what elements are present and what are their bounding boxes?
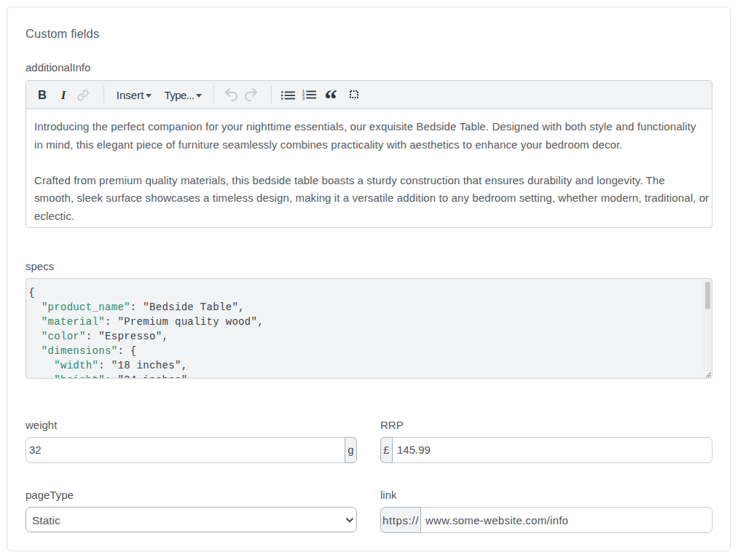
svg-text:3: 3 xyxy=(302,95,305,99)
